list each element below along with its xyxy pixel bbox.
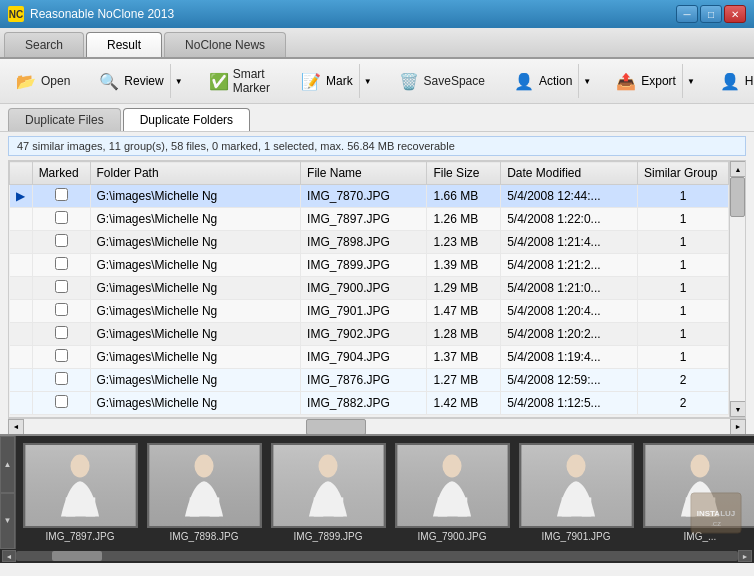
review-main[interactable]: 🔍 Review: [92, 66, 169, 96]
row-arrow: [10, 254, 33, 277]
table-scroll-area[interactable]: Marked Folder Path File Name File Size D…: [9, 161, 729, 417]
action-button[interactable]: 👤 Action ▼: [506, 63, 596, 99]
thumb-hscroll-left[interactable]: ◄: [2, 550, 16, 562]
row-checkbox[interactable]: [32, 369, 90, 392]
col-marked: Marked: [32, 162, 90, 185]
row-folder-path: G:\images\Michelle Ng: [90, 208, 301, 231]
table-body: ▶G:\images\Michelle NgIMG_7870.JPG1.66 M…: [10, 185, 729, 415]
col-similar-group: Similar Group: [638, 162, 729, 185]
maximize-button[interactable]: □: [700, 5, 722, 23]
scroll-thumb[interactable]: [730, 177, 745, 217]
app-icon-text: NC: [9, 9, 23, 20]
row-folder-path: G:\images\Michelle Ng: [90, 392, 301, 415]
help-button[interactable]: 👤 Help ▼: [712, 63, 754, 99]
svg-rect-23: [561, 497, 571, 516]
table-row[interactable]: G:\images\Michelle NgIMG_7882.JPG1.42 MB…: [10, 392, 729, 415]
thumbnail-item[interactable]: IMG_7898.JPG: [144, 443, 264, 542]
thumb-hscroll-thumb[interactable]: [52, 551, 102, 561]
row-file-size: 1.37 MB: [427, 346, 501, 369]
row-file-name: IMG_7897.JPG: [301, 208, 427, 231]
review-button[interactable]: 🔍 Review ▼: [91, 63, 187, 99]
row-folder-path: G:\images\Michelle Ng: [90, 277, 301, 300]
row-checkbox[interactable]: [32, 254, 90, 277]
thumb-panel-side: ▲ ▼: [0, 436, 16, 549]
thumbnail-item[interactable]: IMG_7900.JPG: [392, 443, 512, 542]
tab-bar: Search Result NoClone News: [0, 28, 754, 59]
row-checkbox[interactable]: [32, 185, 90, 208]
scroll-down-button[interactable]: ▼: [730, 401, 746, 417]
titlebar-left: NC Reasonable NoClone 2013: [8, 6, 174, 22]
open-icon: 📂: [15, 70, 37, 92]
review-dropdown[interactable]: ▼: [170, 64, 187, 98]
action-dropdown[interactable]: ▼: [578, 64, 595, 98]
row-similar-group: 1: [638, 231, 729, 254]
tab-duplicate-folders[interactable]: Duplicate Folders: [123, 108, 250, 131]
close-button[interactable]: ✕: [724, 5, 746, 23]
main-area: Duplicate Files Duplicate Folders 47 sim…: [0, 104, 754, 563]
open-button[interactable]: 📂 Open: [6, 63, 79, 99]
row-date-modified: 5/4/2008 1:21:4...: [501, 231, 638, 254]
table-row[interactable]: G:\images\Michelle NgIMG_7899.JPG1.39 MB…: [10, 254, 729, 277]
thumbnail-item[interactable]: IMG_7897.JPG: [20, 443, 140, 542]
hscroll-right-button[interactable]: ►: [730, 419, 746, 435]
row-file-size: 1.27 MB: [427, 369, 501, 392]
row-folder-path: G:\images\Michelle Ng: [90, 323, 301, 346]
row-file-name: IMG_7870.JPG: [301, 185, 427, 208]
mark-dropdown[interactable]: ▼: [359, 64, 376, 98]
table-row[interactable]: G:\images\Michelle NgIMG_7898.JPG1.23 MB…: [10, 231, 729, 254]
table-row[interactable]: G:\images\Michelle NgIMG_7897.JPG1.26 MB…: [10, 208, 729, 231]
table-row[interactable]: G:\images\Michelle NgIMG_7904.JPG1.37 MB…: [10, 346, 729, 369]
help-main[interactable]: 👤 Help: [713, 66, 754, 96]
row-checkbox[interactable]: [32, 300, 90, 323]
row-checkbox[interactable]: [32, 231, 90, 254]
tab-search[interactable]: Search: [4, 32, 84, 57]
horizontal-scrollbar[interactable]: ◄ ►: [8, 418, 746, 434]
mark-main[interactable]: 📝 Mark: [294, 66, 359, 96]
action-main[interactable]: 👤 Action: [507, 66, 578, 96]
scroll-up-button[interactable]: ▲: [730, 161, 746, 177]
row-similar-group: 1: [638, 277, 729, 300]
table-row[interactable]: G:\images\Michelle NgIMG_7902.JPG1.28 MB…: [10, 323, 729, 346]
export-main[interactable]: 📤 Export: [609, 66, 682, 96]
thumb-scroll-up[interactable]: ▲: [0, 436, 15, 493]
thumbnail-image: [147, 443, 262, 528]
table-row[interactable]: G:\images\Michelle NgIMG_7876.JPG1.27 MB…: [10, 369, 729, 392]
row-folder-path: G:\images\Michelle Ng: [90, 346, 301, 369]
window-title: Reasonable NoClone 2013: [30, 7, 174, 21]
row-checkbox[interactable]: [32, 208, 90, 231]
row-checkbox[interactable]: [32, 277, 90, 300]
tab-noclone-news[interactable]: NoClone News: [164, 32, 286, 57]
mark-button[interactable]: 📝 Mark ▼: [293, 63, 377, 99]
smart-marker-button[interactable]: ✅ Smart Marker: [200, 63, 281, 99]
svg-rect-19: [457, 497, 467, 516]
statusbar: 47 similar images, 11 group(s), 58 files…: [8, 136, 746, 156]
tab-result[interactable]: Result: [86, 32, 162, 57]
minimize-button[interactable]: ─: [676, 5, 698, 23]
table-row[interactable]: ▶G:\images\Michelle NgIMG_7870.JPG1.66 M…: [10, 185, 729, 208]
row-similar-group: 1: [638, 254, 729, 277]
row-checkbox[interactable]: [32, 392, 90, 415]
open-label: Open: [41, 74, 70, 88]
row-checkbox[interactable]: [32, 346, 90, 369]
hscroll-track[interactable]: [24, 419, 730, 435]
thumbnail-item[interactable]: IMG_7899.JPG: [268, 443, 388, 542]
export-button[interactable]: 📤 Export ▼: [608, 63, 700, 99]
hscroll-left-button[interactable]: ◄: [8, 419, 24, 435]
vertical-scrollbar[interactable]: ▲ ▼: [729, 161, 745, 417]
thumbnail-scroll-area[interactable]: IMG_7897.JPG IMG_7898.JPG IMG_7899.J: [16, 436, 754, 549]
export-dropdown[interactable]: ▼: [682, 64, 699, 98]
thumb-hscroll-track[interactable]: [16, 551, 738, 561]
thumb-hscroll-right[interactable]: ►: [738, 550, 752, 562]
table-row[interactable]: G:\images\Michelle NgIMG_7900.JPG1.29 MB…: [10, 277, 729, 300]
row-date-modified: 5/4/2008 1:21:2...: [501, 254, 638, 277]
hscroll-thumb[interactable]: [306, 419, 366, 435]
scroll-track[interactable]: [730, 177, 745, 401]
thumbnail-item[interactable]: IMG_7901.JPG: [516, 443, 636, 542]
row-date-modified: 5/4/2008 12:44:...: [501, 185, 638, 208]
thumb-scroll-down[interactable]: ▼: [0, 493, 15, 550]
savespace-button[interactable]: 🗑️ SaveSpace: [389, 63, 494, 99]
tab-duplicate-files[interactable]: Duplicate Files: [8, 108, 121, 131]
thumbnail-hscrollbar[interactable]: ◄ ►: [0, 549, 754, 563]
row-checkbox[interactable]: [32, 323, 90, 346]
table-row[interactable]: G:\images\Michelle NgIMG_7901.JPG1.47 MB…: [10, 300, 729, 323]
